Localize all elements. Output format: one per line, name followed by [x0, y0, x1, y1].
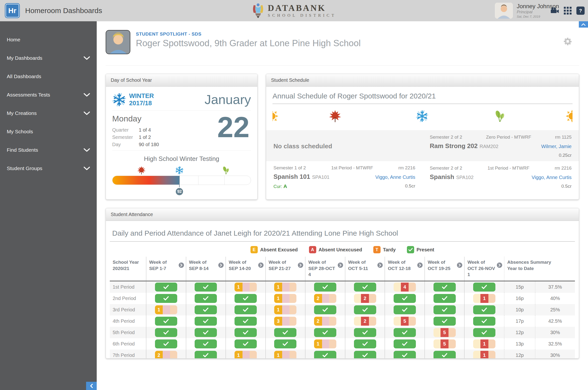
summary-percentage: 30%: [535, 350, 575, 359]
week-drilldown-icon[interactable]: [218, 262, 224, 268]
snowflake-marker-icon: [175, 166, 184, 175]
column-week-sep-14-20: Week ofSEP 14-20: [226, 257, 265, 281]
attendance-pill-absent-excused: 1: [155, 305, 177, 314]
week-drilldown-icon[interactable]: [179, 262, 184, 268]
attendance-row-6th-period: 6th Period 1 5 1 13p 32.5%: [110, 338, 575, 350]
chevron-down-icon: [84, 56, 90, 60]
period-label: 4th Period: [110, 315, 146, 327]
chevron-down-icon: [84, 93, 90, 97]
sidebar-item-my-dashboards[interactable]: My Dashboards: [0, 49, 97, 67]
leaves-marker-icon: [222, 166, 230, 175]
video-camera-icon[interactable]: [550, 7, 559, 14]
class-room: rm 1125: [555, 135, 572, 140]
class-semester: Semester 2 of 2: [430, 165, 462, 171]
attendance-pill-absent-excused: 1: [274, 283, 296, 292]
attendance-pill-present: [274, 340, 296, 348]
schedule-row: Semester 1 of 21st Period - MTWRFrm 2216…: [266, 161, 579, 192]
attendance-cell: 1: [265, 304, 305, 315]
attendance-pill-absent-unexcused: 2: [354, 294, 376, 303]
gear-icon[interactable]: [564, 37, 572, 46]
schedule-cell: Semester 2 of 2Zero Period - MTWRFrm 112…: [423, 130, 579, 161]
homeroom-logo[interactable]: Hr: [5, 3, 20, 18]
legend-label: Absent Excused: [260, 247, 298, 253]
week-drilldown-icon[interactable]: [457, 262, 462, 268]
week-drilldown-icon[interactable]: [258, 262, 263, 268]
help-icon[interactable]: ?: [576, 6, 585, 15]
attendance-pill-present: [394, 328, 416, 337]
attendance-pill-present: [195, 351, 217, 359]
attendance-pill-present: [354, 305, 376, 314]
attendance-cell: [305, 304, 345, 315]
attendance-pill-present: [195, 317, 217, 326]
progress-track: [112, 176, 251, 185]
attendance-pill-present: [195, 294, 217, 303]
schedule-cell: Semester 2 of 21st Period - MTWRFrm 2216…: [423, 161, 579, 192]
sidebar-item-assessments-tests[interactable]: Assessments Tests: [0, 86, 97, 104]
sidebar-item-my-schools[interactable]: My Schools: [0, 122, 97, 141]
sidebar-item-find-students[interactable]: Find Students: [0, 141, 97, 159]
attendance-pill-absent-unexcused: 1: [473, 294, 495, 303]
sidebar-list: HomeMy DashboardsAll DashboardsAssessmen…: [0, 21, 97, 178]
calendar-month: January: [205, 93, 251, 106]
attendance-row-2nd-period: 2nd Period 1 2 2 1 16p 40%: [110, 293, 575, 304]
attendance-pill-present: [195, 328, 217, 337]
scroll-top-button[interactable]: [579, 21, 588, 28]
attendance-pill-present: [235, 317, 257, 326]
teacher-link[interactable]: Wilmer, Jamie: [541, 144, 572, 149]
week-drilldown-icon[interactable]: [378, 262, 383, 268]
week-drilldown-icon[interactable]: [417, 262, 423, 268]
class-credits: 0.25cr: [559, 153, 572, 158]
winter-snowflake-icon: [112, 93, 126, 107]
class-meta: Semester 2 of 21st Period - MTWRFrm 2216: [430, 165, 572, 171]
sidebar-collapse-button[interactable]: [86, 382, 97, 390]
sidebar-item-home[interactable]: Home: [0, 31, 97, 49]
app-grid-icon[interactable]: [563, 7, 572, 14]
class-course-code: RAM202: [479, 144, 498, 149]
class-current-grade: Cur: A: [273, 183, 287, 189]
maple-season-icon: [329, 110, 342, 125]
sidebar-item-my-creations[interactable]: My Creations: [0, 104, 97, 122]
attendance-row-1st-period: 1st Period 1 1 4 15p 37.5%: [110, 281, 575, 293]
day-stat-label: Day: [112, 141, 139, 148]
attendance-pill-present: [155, 328, 177, 337]
sidebar-item-student-groups[interactable]: Student Groups: [0, 159, 97, 178]
attendance-pill-present: [433, 351, 456, 359]
class-semester: Semester 2 of 2: [430, 135, 462, 140]
attendance-cell: 1: [265, 281, 305, 293]
legend-label: Present: [417, 247, 434, 253]
attendance-pill-present: [354, 283, 376, 292]
attendance-cell: [345, 350, 385, 359]
sidebar-item-all-dashboards[interactable]: All Dashboards: [0, 67, 97, 86]
day-card-header: Day of School Year: [106, 74, 257, 87]
class-course-code: SPA101: [312, 174, 330, 180]
attendance-cell: 4: [385, 281, 424, 293]
user-avatar[interactable]: [495, 3, 513, 19]
week-drilldown-icon[interactable]: [497, 262, 502, 268]
day-of-school-year-card: Day of School Year WINTER 2017/18 Januar…: [106, 74, 257, 199]
day-stat: Day90 of 180: [112, 141, 159, 148]
header-icons: ?: [550, 0, 585, 21]
week-drilldown-icon[interactable]: [338, 262, 343, 268]
homeroom-logo-text: Hr: [8, 6, 16, 15]
attendance-cell: [464, 315, 504, 327]
week-drilldown-icon[interactable]: [298, 262, 303, 268]
chevron-down-icon: [84, 167, 90, 170]
teacher-link[interactable]: Viggo, Anne Curtis: [375, 174, 415, 180]
teacher-link[interactable]: Viggo, Anne Curtis: [532, 175, 572, 180]
leaves-season-icon: [494, 110, 507, 125]
attendance-pill-absent-excused: 1: [274, 294, 296, 303]
attendance-cell: 5: [385, 315, 424, 327]
attendance-pill-absent-excused: 1: [235, 283, 257, 292]
sidebar-item-label: My Dashboards: [7, 55, 42, 61]
legend-item-absent-excused: EAbsent Excused: [251, 246, 298, 253]
attendance-cell: 1: [146, 304, 186, 315]
attendance-pill-present: [354, 340, 376, 348]
period-label: 1st Period: [110, 281, 146, 293]
attendance-pill-present: [354, 351, 376, 359]
schedule-title: Annual Schedule of Roger Spottswood for …: [272, 92, 573, 104]
attendance-cell: 2: [345, 315, 385, 327]
attendance-cell: 2: [305, 293, 345, 304]
attendance-cell: [226, 315, 265, 327]
student-photo[interactable]: [106, 30, 130, 54]
class-course-code: SPA102: [456, 175, 474, 180]
